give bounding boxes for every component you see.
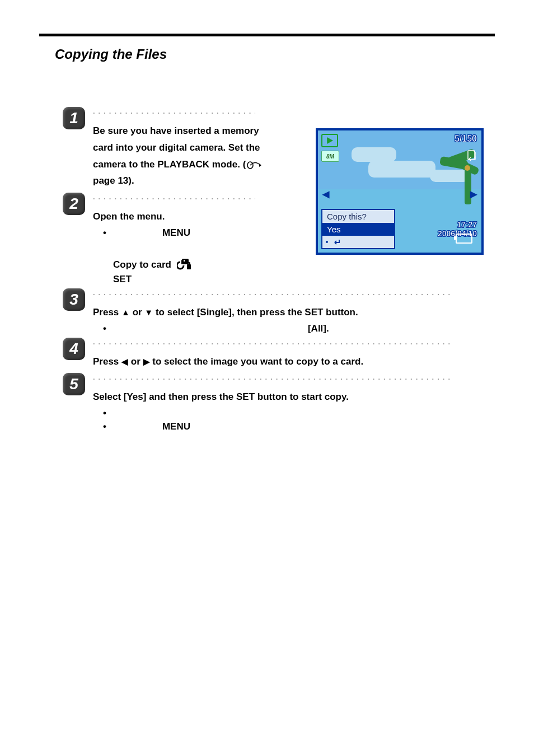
step-5: 5 ......................................… [63, 373, 495, 432]
t: or [130, 307, 144, 318]
up-arrow-icon: ▲ [121, 307, 130, 317]
copy-to-card-row: Copy to card [113, 258, 495, 273]
menu-label: MENU [162, 421, 190, 432]
t: to select the image you want to copy to … [150, 356, 364, 367]
t: or [128, 356, 143, 367]
image-counter: 5/150 [455, 134, 477, 144]
step-4: 4 ......................................… [63, 338, 495, 370]
step-3: 3 ......................................… [63, 288, 495, 334]
dot-separator: ........................................… [93, 338, 451, 346]
bullet-dot: • [103, 421, 106, 432]
cloud-shape [430, 170, 469, 182]
bullet-dot: • [103, 408, 106, 419]
step2-text: Open the menu. [93, 211, 165, 222]
cloud-shape [368, 161, 435, 178]
t: to select [Single], then press the SET b… [153, 307, 358, 318]
content-area: 8M 5/150 ◀ ▶ Copy this? Yes [63, 107, 495, 432]
left-arrow-icon: ◀ [121, 357, 128, 366]
step-text: Press ◀ or ▶ to select the image you wan… [93, 353, 495, 370]
down-arrow-icon: ▼ [144, 307, 153, 317]
bullet-row: • [103, 408, 495, 419]
step-number-badge: 5 [63, 373, 85, 395]
step-number-badge: 2 [63, 193, 85, 215]
step-text: Select [Yes] and then press the SET butt… [93, 389, 495, 405]
nav-left-icon: ◀ [322, 189, 329, 199]
time-text: 17:27 [438, 221, 477, 229]
dialog-yes-option: Yes [322, 223, 394, 236]
t: Press [93, 307, 121, 318]
dialog-footer [322, 236, 394, 248]
set-label: SET [113, 274, 132, 284]
file-lock-icon [467, 150, 477, 162]
playback-mode-icon [321, 134, 338, 147]
right-arrow-icon: ▶ [143, 357, 150, 366]
step-text: Open the menu. [93, 208, 269, 225]
bullet-dot: • [103, 227, 106, 239]
set-label-row: SET [113, 274, 495, 285]
step1-line: Be sure you have inserted a memory card … [93, 125, 260, 170]
nav-right-icon: ▶ [470, 189, 477, 199]
copy-to-card-label: Copy to card [113, 259, 171, 270]
svg-rect-5 [184, 260, 185, 262]
lcd-top-left-icons: 8M [321, 134, 339, 162]
menu-label: MENU [162, 227, 190, 239]
copy-to-card-icon [177, 258, 191, 273]
bullet-row: • [All]. [103, 323, 495, 334]
coconut-shape [465, 165, 470, 171]
bullet-dot: • [103, 323, 106, 334]
confirm-dialog: Copy this? Yes [321, 209, 395, 249]
step-text: Be sure you have inserted a memory card … [93, 123, 269, 189]
dot-separator: .................................... [93, 107, 255, 115]
dot-separator: .................................... [93, 193, 255, 200]
bullet-row: • MENU [103, 421, 495, 432]
dialog-title: Copy this? [322, 210, 394, 223]
dot-separator: ........................................… [93, 288, 451, 296]
svg-rect-8 [188, 263, 190, 265]
manual-page: Copying the Files 8M 5/1 [0, 0, 534, 756]
cloud-shape [352, 147, 396, 162]
svg-rect-1 [468, 151, 475, 160]
step-text: Press ▲ or ▼ to select [Single], then pr… [93, 304, 495, 321]
step-number-badge: 1 [63, 107, 85, 129]
dot-separator: ........................................… [93, 373, 451, 381]
svg-marker-3 [259, 164, 261, 167]
step1-pageref: page 13). [93, 175, 134, 186]
lcd-screen: 8M 5/150 ◀ ▶ Copy this? Yes [316, 128, 484, 255]
all-option-label: [All]. [308, 323, 329, 334]
divider-top [39, 34, 495, 36]
resolution-badge: 8M [321, 151, 339, 162]
page-title: Copying the Files [55, 46, 495, 62]
page-reference-icon [246, 159, 264, 170]
svg-marker-0 [327, 137, 333, 144]
step-number-badge: 4 [63, 338, 85, 360]
step-number-badge: 3 [63, 288, 85, 311]
t: Press [93, 356, 121, 367]
back-arrow-icon [331, 238, 343, 246]
camera-lcd-illustration: 8M 5/150 ◀ ▶ Copy this? Yes [316, 128, 484, 255]
